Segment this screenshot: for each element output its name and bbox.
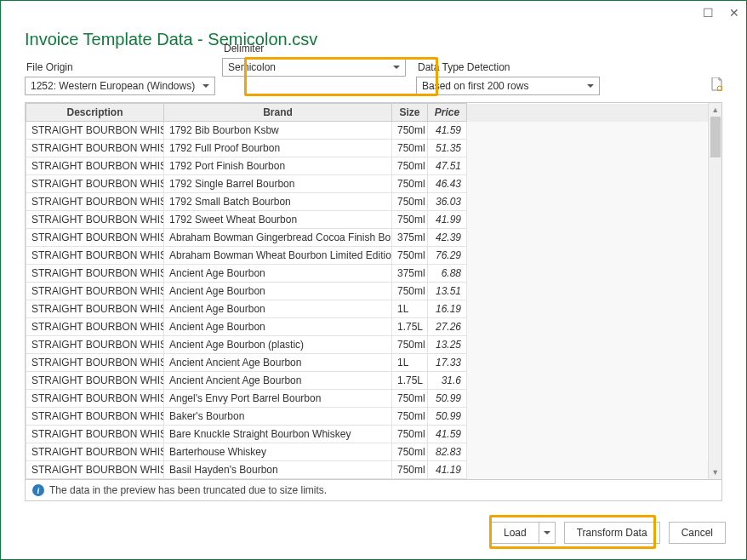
cell-brand: Angel's Envy Port Barrel Bourbon — [164, 390, 392, 408]
cell-description: STRAIGHT BOURBON WHISKEY — [26, 318, 164, 336]
cell-price: 13.25 — [428, 336, 467, 354]
cell-size: 750ml — [392, 461, 428, 479]
filler-cell — [467, 140, 708, 157]
info-bar: i The data in the preview has been trunc… — [25, 480, 722, 501]
cell-brand: Ancient Ancient Age Bourbon — [164, 354, 392, 372]
cell-size: 750ml — [392, 247, 428, 265]
preview-table-wrap: Description Brand Size Price STRAIGHT BO… — [25, 102, 722, 480]
filler-cell — [467, 443, 708, 461]
delimiter-dropdown[interactable]: Semicolon — [222, 58, 406, 77]
table-row[interactable]: STRAIGHT BOURBON WHISKEYBasil Hayden's B… — [26, 461, 708, 479]
table-row[interactable]: STRAIGHT BOURBON WHISKEY1792 Sweet Wheat… — [26, 211, 708, 229]
load-button[interactable]: Load — [491, 522, 539, 544]
cell-brand: Bare Knuckle Straight Bourbon Whiskey — [164, 426, 392, 443]
close-icon[interactable]: ✕ — [729, 6, 739, 20]
delimiter-label: Delimiter — [222, 43, 406, 54]
cell-size: 750ml — [392, 175, 428, 193]
cell-brand: Abraham Bowman Gingerbread Cocoa Finish … — [164, 229, 392, 247]
cell-size: 750ml — [392, 211, 428, 229]
cell-description: STRAIGHT BOURBON WHISKEY — [26, 390, 164, 408]
cell-price: 76.29 — [428, 247, 467, 265]
cell-price: 82.83 — [428, 443, 467, 461]
cell-size: 750ml — [392, 336, 428, 354]
page-settings-icon[interactable] — [710, 77, 722, 95]
table-row[interactable]: STRAIGHT BOURBON WHISKEYBare Knuckle Str… — [26, 426, 708, 443]
table-row[interactable]: STRAIGHT BOURBON WHISKEYAncient Age Bour… — [26, 318, 708, 336]
dropdown-row: File Origin 1252: Western European (Wind… — [25, 61, 722, 95]
cell-description: STRAIGHT BOURBON WHISKEY — [26, 354, 164, 372]
table-row[interactable]: STRAIGHT BOURBON WHISKEYBaker's Bourbon7… — [26, 408, 708, 426]
cell-price: 16.19 — [428, 300, 467, 318]
transform-data-button[interactable]: Transform Data — [564, 522, 660, 544]
header-price[interactable]: Price — [428, 104, 467, 122]
cell-size: 750ml — [392, 193, 428, 211]
info-message: The data in the preview has been truncat… — [49, 484, 327, 496]
cell-price: 27.26 — [428, 318, 467, 336]
cell-brand: Barterhouse Whiskey — [164, 443, 392, 461]
load-split-button: Load — [491, 522, 556, 544]
file-origin-dropdown[interactable]: 1252: Western European (Windows) — [25, 77, 215, 95]
filler-cell — [467, 193, 708, 211]
table-row[interactable]: STRAIGHT BOURBON WHISKEY1792 Port Finish… — [26, 157, 708, 175]
filler-cell — [467, 300, 708, 318]
cell-brand: Ancient Age Bourbon — [164, 283, 392, 300]
table-row[interactable]: STRAIGHT BOURBON WHISKEYAncient Age Bour… — [26, 265, 708, 283]
header-size[interactable]: Size — [392, 104, 428, 122]
delimiter-group: Delimiter Semicolon — [222, 61, 406, 77]
filler-cell — [467, 354, 708, 372]
filler-cell — [467, 336, 708, 354]
cell-price: 50.99 — [428, 390, 467, 408]
table-row[interactable]: STRAIGHT BOURBON WHISKEY1792 Full Proof … — [26, 140, 708, 157]
cell-description: STRAIGHT BOURBON WHISKEY — [26, 300, 164, 318]
cell-brand: 1792 Full Proof Bourbon — [164, 140, 392, 157]
detection-value: Based on first 200 rows — [422, 80, 528, 92]
load-dropdown-button[interactable] — [539, 522, 556, 544]
table-row[interactable]: STRAIGHT BOURBON WHISKEY1792 Bib Bourbon… — [26, 122, 708, 140]
chevron-down-icon — [544, 531, 550, 534]
scroll-down-icon[interactable]: ▼ — [709, 466, 721, 479]
table-row[interactable]: STRAIGHT BOURBON WHISKEY1792 Single Barr… — [26, 175, 708, 193]
cell-description: STRAIGHT BOURBON WHISKEY — [26, 461, 164, 479]
maximize-icon[interactable]: ☐ — [703, 6, 714, 20]
filler-cell — [467, 283, 708, 300]
table-row[interactable]: STRAIGHT BOURBON WHISKEYBarterhouse Whis… — [26, 443, 708, 461]
cell-description: STRAIGHT BOURBON WHISKEY — [26, 408, 164, 426]
table-row[interactable]: STRAIGHT BOURBON WHISKEYAbraham Bowman W… — [26, 247, 708, 265]
file-origin-group: File Origin 1252: Western European (Wind… — [25, 61, 215, 95]
cell-price: 41.19 — [428, 461, 467, 479]
table-row[interactable]: STRAIGHT BOURBON WHISKEY1792 Small Batch… — [26, 193, 708, 211]
table-row[interactable]: STRAIGHT BOURBON WHISKEYAngel's Envy Por… — [26, 390, 708, 408]
cell-size: 1L — [392, 354, 428, 372]
cell-price: 17.33 — [428, 354, 467, 372]
filler-column — [467, 104, 708, 122]
cell-size: 375ml — [392, 265, 428, 283]
table-row[interactable]: STRAIGHT BOURBON WHISKEYAncient Age Bour… — [26, 300, 708, 318]
scroll-thumb[interactable] — [710, 117, 721, 157]
cell-brand: 1792 Bib Bourbon Ksbw — [164, 122, 392, 140]
cell-size: 750ml — [392, 283, 428, 300]
detection-dropdown[interactable]: Based on first 200 rows — [416, 77, 600, 95]
cancel-button[interactable]: Cancel — [669, 522, 726, 544]
table-row[interactable]: STRAIGHT BOURBON WHISKEYAncient Age Bour… — [26, 336, 708, 354]
scroll-up-icon[interactable]: ▲ — [709, 103, 721, 117]
file-origin-label: File Origin — [25, 61, 215, 73]
button-bar: Load Transform Data Cancel — [491, 522, 726, 544]
table-row[interactable]: STRAIGHT BOURBON WHISKEYAncient Ancient … — [26, 372, 708, 390]
cell-size: 375ml — [392, 229, 428, 247]
table-row[interactable]: STRAIGHT BOURBON WHISKEYAncient Age Bour… — [26, 283, 708, 300]
filler-cell — [467, 157, 708, 175]
cell-size: 1L — [392, 300, 428, 318]
cell-size: 750ml — [392, 443, 428, 461]
cell-brand: Ancient Age Bourbon — [164, 300, 392, 318]
cell-price: 42.39 — [428, 229, 467, 247]
cell-description: STRAIGHT BOURBON WHISKEY — [26, 247, 164, 265]
vertical-scrollbar[interactable]: ▲ ▼ — [708, 103, 721, 479]
header-description[interactable]: Description — [26, 104, 164, 122]
filler-cell — [467, 372, 708, 390]
filler-cell — [467, 229, 708, 247]
table-row[interactable]: STRAIGHT BOURBON WHISKEYAncient Ancient … — [26, 354, 708, 372]
table-row[interactable]: STRAIGHT BOURBON WHISKEYAbraham Bowman G… — [26, 229, 708, 247]
header-brand[interactable]: Brand — [164, 104, 392, 122]
cell-description: STRAIGHT BOURBON WHISKEY — [26, 193, 164, 211]
filler-cell — [467, 408, 708, 426]
